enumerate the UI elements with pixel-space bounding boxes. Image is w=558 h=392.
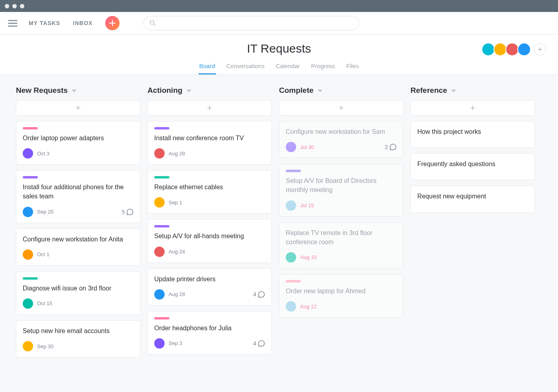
card-footer: Oct 15 <box>23 298 134 309</box>
task-card[interactable]: Install four additional phones for the s… <box>16 170 140 223</box>
card-footer: Jul 302 <box>286 142 397 152</box>
card-footer: Jul 15 <box>286 200 397 211</box>
add-button[interactable] <box>105 16 120 30</box>
task-card[interactable]: Configure new workstation for AnitaOct 1 <box>16 229 140 266</box>
page-title: IT Requests <box>247 42 311 55</box>
card-title: Setup A/V for Board of Directors monthly… <box>286 176 397 194</box>
card-footer: Aug 28 <box>154 148 265 159</box>
task-card[interactable]: How this project works <box>411 121 535 148</box>
task-card[interactable]: Request new equipment <box>411 186 535 212</box>
card-title: Setup new hire email accounts <box>23 326 134 335</box>
card-comments[interactable]: 4 <box>253 340 265 347</box>
chevron-down-icon <box>72 88 77 93</box>
assignee-avatar[interactable] <box>286 200 296 211</box>
assignee-avatar[interactable] <box>23 207 33 217</box>
card-tag <box>154 225 169 227</box>
assignee-avatar[interactable] <box>23 341 33 351</box>
card-date: Aug 28 <box>169 151 185 157</box>
svg-point-0 <box>150 21 154 25</box>
card-title: Request new equipment <box>417 192 528 201</box>
search-input[interactable] <box>143 16 359 30</box>
task-card[interactable]: Configure new workstation for SamJul 302 <box>279 121 403 158</box>
close-icon[interactable] <box>5 4 9 8</box>
task-card[interactable]: Order headphones for JuliaSep 34 <box>147 311 272 355</box>
card-date: Sep 3 <box>169 340 182 346</box>
nav-my-tasks[interactable]: MY TASKS <box>29 20 60 26</box>
assignee-avatar[interactable] <box>23 148 33 159</box>
task-card[interactable]: Replace TV remote in 3rd floor conferenc… <box>279 222 403 269</box>
task-card[interactable]: Frequently asked questions <box>411 153 535 180</box>
assignee-avatar[interactable] <box>286 252 296 263</box>
column-header[interactable]: Complete <box>279 86 403 95</box>
view-tabs: BoardConversationsCalendarProgressFiles <box>8 63 550 74</box>
add-card-button[interactable]: + <box>411 100 535 116</box>
card-footer: Oct 1 <box>23 249 134 260</box>
card-tag <box>286 280 301 282</box>
tab-calendar[interactable]: Calendar <box>275 63 301 74</box>
add-card-button[interactable]: + <box>279 100 403 116</box>
member-avatar[interactable] <box>493 43 507 56</box>
column-title: Actioning <box>147 86 183 95</box>
task-card[interactable]: Replace ethernet cablesSep 1 <box>147 170 272 214</box>
card-date: Aug 12 <box>300 304 316 310</box>
add-card-button[interactable]: + <box>147 100 272 116</box>
assignee-avatar[interactable] <box>154 148 165 159</box>
card-footer: Sep 205 <box>23 207 134 217</box>
assignee-avatar[interactable] <box>154 197 165 208</box>
top-nav: MY TASKS INBOX <box>0 12 558 35</box>
card-title: Frequently asked questions <box>417 159 528 169</box>
tab-board[interactable]: Board <box>198 63 216 74</box>
column-header[interactable]: Reference <box>411 86 535 95</box>
card-date: Jul 15 <box>300 202 314 208</box>
task-card[interactable]: Order new laptop for AhmedAug 12 <box>279 274 403 318</box>
card-title: Configure new workstation for Anita <box>23 235 134 244</box>
task-card[interactable]: Order laptop power adaptersOct 3 <box>16 121 140 165</box>
window-titlebar <box>0 0 558 12</box>
task-card[interactable]: Setup A/V for all-hands meetingAug 24 <box>147 219 272 263</box>
add-member-button[interactable]: + <box>534 43 546 55</box>
card-footer: Sep 30 <box>23 341 134 351</box>
card-title: Replace TV remote in 3rd floor conferenc… <box>286 228 397 247</box>
card-comments[interactable]: 4 <box>253 291 265 298</box>
maximize-icon[interactable] <box>20 4 24 8</box>
card-comments[interactable]: 5 <box>122 208 134 216</box>
column-header[interactable]: Actioning <box>147 86 272 95</box>
tab-progress[interactable]: Progress <box>310 63 336 74</box>
tab-conversations[interactable]: Conversations <box>226 63 265 74</box>
card-tag <box>23 127 38 129</box>
task-card[interactable]: Diagnose wifi issue on 3rd floorOct 15 <box>16 271 140 315</box>
minimize-icon[interactable] <box>12 4 17 8</box>
member-avatar[interactable] <box>505 43 519 56</box>
member-avatar[interactable] <box>517 43 531 56</box>
assignee-avatar[interactable] <box>23 249 33 260</box>
member-avatar[interactable] <box>481 43 495 56</box>
card-title: Order new laptop for Ahmed <box>286 286 397 296</box>
card-footer: Aug 284 <box>154 289 265 300</box>
hamburger-icon[interactable] <box>8 18 18 28</box>
chevron-down-icon <box>187 88 191 93</box>
assignee-avatar[interactable] <box>286 142 296 152</box>
task-card[interactable]: Setup new hire email accountsSep 30 <box>16 320 140 357</box>
assignee-avatar[interactable] <box>154 247 165 257</box>
task-card[interactable]: Update printer driversAug 284 <box>147 269 272 306</box>
comment-icon <box>258 340 265 347</box>
column-header[interactable]: New Requests <box>16 86 140 95</box>
kanban-board: New Requests+Order laptop power adapters… <box>0 75 558 374</box>
task-card[interactable]: Install new conference room TVAug 28 <box>147 121 272 165</box>
tab-files[interactable]: Files <box>346 63 360 74</box>
assignee-avatar[interactable] <box>154 289 165 300</box>
assignee-avatar[interactable] <box>23 298 33 309</box>
task-card[interactable]: Setup A/V for Board of Directors monthly… <box>279 164 403 216</box>
card-date: Aug 28 <box>169 291 185 297</box>
assignee-avatar[interactable] <box>154 338 165 349</box>
assignee-avatar[interactable] <box>286 301 296 312</box>
card-title: Configure new workstation for Sam <box>286 127 397 136</box>
card-date: Sep 30 <box>37 343 53 349</box>
card-footer: Aug 12 <box>286 301 397 312</box>
card-title: Install four additional phones for the s… <box>23 182 134 201</box>
card-comments[interactable]: 2 <box>385 143 397 151</box>
nav-inbox[interactable]: INBOX <box>73 20 92 26</box>
card-date: Oct 15 <box>37 300 52 306</box>
add-card-button[interactable]: + <box>16 100 140 116</box>
column: Reference+How this project worksFrequent… <box>411 86 535 363</box>
